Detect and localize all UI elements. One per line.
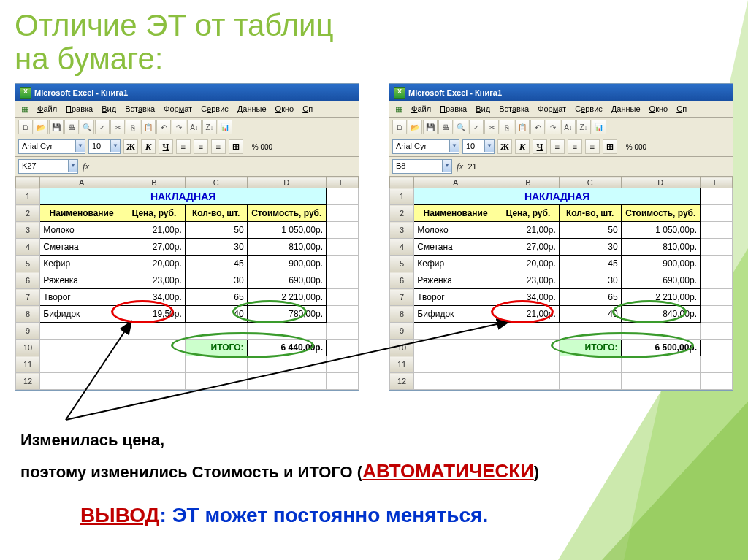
formula-bar: B8 ▼ fx 21 <box>389 157 733 177</box>
menu-view[interactable]: Вид <box>473 103 493 115</box>
bold-button[interactable]: Ж <box>123 139 138 154</box>
chevron-down-icon: ▼ <box>68 160 77 172</box>
col-header: Кол-во, шт. <box>559 205 621 222</box>
preview-icon[interactable]: 🔍 <box>454 120 468 134</box>
formula-bar: K27 ▼ fx <box>15 157 359 177</box>
font-name-combo[interactable]: Arial Cyr ▼ <box>392 139 459 154</box>
percent-label: % 000 <box>246 143 278 151</box>
cut-icon[interactable]: ✂ <box>110 120 125 134</box>
spreadsheet-grid[interactable]: ABCDE 1НАКЛАДНАЯ 2 Наименование Цена, ру… <box>15 177 359 390</box>
table-cell: 27,00р. <box>497 239 560 256</box>
menu-edit[interactable]: Правка <box>437 103 470 115</box>
menu-tools[interactable]: Сервис <box>198 103 232 115</box>
menubar: ▦ Файл Правка Вид Вставка Формат Сервис … <box>389 101 733 118</box>
table-cell: 2 210,00р. <box>247 289 326 306</box>
sort-asc-icon[interactable]: A↓ <box>561 120 576 134</box>
new-icon[interactable]: 🗋 <box>18 120 33 134</box>
open-icon[interactable]: 📂 <box>34 120 48 134</box>
table-cell: 1 050,00р. <box>621 222 700 239</box>
menu-insert[interactable]: Вставка <box>496 103 532 115</box>
chevron-down-icon: ▼ <box>484 140 494 152</box>
font-size-combo[interactable]: 10 ▼ <box>88 139 121 154</box>
menu-tools[interactable]: Сервис <box>572 103 606 115</box>
redo-icon[interactable]: ↷ <box>172 120 186 134</box>
menu-file[interactable]: Файл <box>34 103 60 115</box>
slide-title-line2: на бумаге: <box>15 42 164 76</box>
preview-icon[interactable]: 🔍 <box>80 120 94 134</box>
copy-icon[interactable]: ⎘ <box>126 120 140 134</box>
chevron-down-icon: ▼ <box>75 140 85 152</box>
align-left-icon[interactable]: ≡ <box>176 139 191 154</box>
italic-button[interactable]: К <box>515 139 530 154</box>
font-name-combo[interactable]: Arial Cyr ▼ <box>18 139 85 154</box>
caption-line1: Изменилась цена, <box>20 431 164 450</box>
align-center-icon[interactable]: ≡ <box>568 139 582 154</box>
sort-desc-icon[interactable]: Z↓ <box>202 120 217 134</box>
excel-window-left: X Microsoft Excel - Книга1 ▦ Файл Правка… <box>15 83 359 391</box>
cut-icon[interactable]: ✂ <box>484 120 499 134</box>
underline-button[interactable]: Ч <box>533 139 547 154</box>
table-cell: 21,00р. <box>497 222 560 239</box>
menu-file[interactable]: Файл <box>408 103 434 115</box>
align-right-icon[interactable]: ≡ <box>211 139 226 154</box>
print-icon[interactable]: 🖶 <box>438 120 453 134</box>
table-title: НАКЛАДНАЯ <box>40 188 327 205</box>
redo-icon[interactable]: ↷ <box>546 120 560 134</box>
new-icon[interactable]: 🗋 <box>392 120 407 134</box>
align-right-icon[interactable]: ≡ <box>585 139 600 154</box>
sort-asc-icon[interactable]: A↓ <box>187 120 202 134</box>
table-cell: 30 <box>185 272 247 289</box>
fx-icon[interactable]: fx <box>457 161 463 172</box>
toolbar-format: Arial Cyr ▼ 10 ▼ Ж К Ч ≡ ≡ ≡ ⊞ % 000 <box>15 137 359 157</box>
table-cell: 19,50р. <box>123 306 186 323</box>
name-box[interactable]: B8 ▼ <box>392 159 452 174</box>
font-size-combo[interactable]: 10 ▼ <box>462 139 495 154</box>
menu-help[interactable]: Сп <box>299 103 316 115</box>
col-header: Наименование <box>414 205 497 222</box>
underline-button[interactable]: Ч <box>159 139 173 154</box>
title-text: Microsoft Excel - Книга1 <box>34 88 128 97</box>
menu-data[interactable]: Данные <box>608 103 644 115</box>
menu-format[interactable]: Формат <box>161 103 195 115</box>
titlebar: X Microsoft Excel - Книга1 <box>15 84 359 101</box>
spreadsheet-grid[interactable]: ABCDE 1НАКЛАДНАЯ 2 Наименование Цена, ру… <box>389 177 733 390</box>
menu-data[interactable]: Данные <box>234 103 270 115</box>
table-cell: 23,00р. <box>123 272 186 289</box>
open-icon[interactable]: 📂 <box>408 120 422 134</box>
menu-insert[interactable]: Вставка <box>122 103 158 115</box>
menubar: ▦ Файл Правка Вид Вставка Формат Сервис … <box>15 101 359 118</box>
merge-icon[interactable]: ⊞ <box>229 139 243 154</box>
bold-button[interactable]: Ж <box>497 139 512 154</box>
chart-icon[interactable]: 📊 <box>592 120 606 134</box>
save-icon[interactable]: 💾 <box>423 120 438 134</box>
chart-icon[interactable]: 📊 <box>218 120 232 134</box>
print-icon[interactable]: 🖶 <box>64 120 79 134</box>
table-cell: 21,00р. <box>497 306 560 323</box>
name-box[interactable]: K27 ▼ <box>18 159 78 174</box>
menu-window[interactable]: Окно <box>646 103 671 115</box>
align-center-icon[interactable]: ≡ <box>194 139 208 154</box>
paste-icon[interactable]: 📋 <box>141 120 156 134</box>
sort-desc-icon[interactable]: Z↓ <box>576 120 591 134</box>
table-cell: Бифидок <box>40 306 123 323</box>
spell-icon[interactable]: ✓ <box>469 120 484 134</box>
menu-window[interactable]: Окно <box>272 103 297 115</box>
copy-icon[interactable]: ⎘ <box>500 120 514 134</box>
merge-icon[interactable]: ⊞ <box>603 139 617 154</box>
undo-icon[interactable]: ↶ <box>156 120 171 134</box>
menu-format[interactable]: Формат <box>535 103 569 115</box>
fx-icon[interactable]: fx <box>83 161 89 172</box>
table-cell: 810,00р. <box>247 239 326 256</box>
italic-button[interactable]: К <box>141 139 156 154</box>
align-left-icon[interactable]: ≡ <box>550 139 565 154</box>
spell-icon[interactable]: ✓ <box>95 120 110 134</box>
undo-icon[interactable]: ↶ <box>530 120 545 134</box>
chevron-down-icon: ▼ <box>449 140 459 152</box>
paste-icon[interactable]: 📋 <box>515 120 530 134</box>
menu-view[interactable]: Вид <box>99 103 119 115</box>
menu-file-icon[interactable]: ▦ <box>18 103 31 115</box>
menu-file-icon[interactable]: ▦ <box>392 103 405 115</box>
menu-edit[interactable]: Правка <box>63 103 96 115</box>
menu-help[interactable]: Сп <box>673 103 690 115</box>
save-icon[interactable]: 💾 <box>49 120 64 134</box>
